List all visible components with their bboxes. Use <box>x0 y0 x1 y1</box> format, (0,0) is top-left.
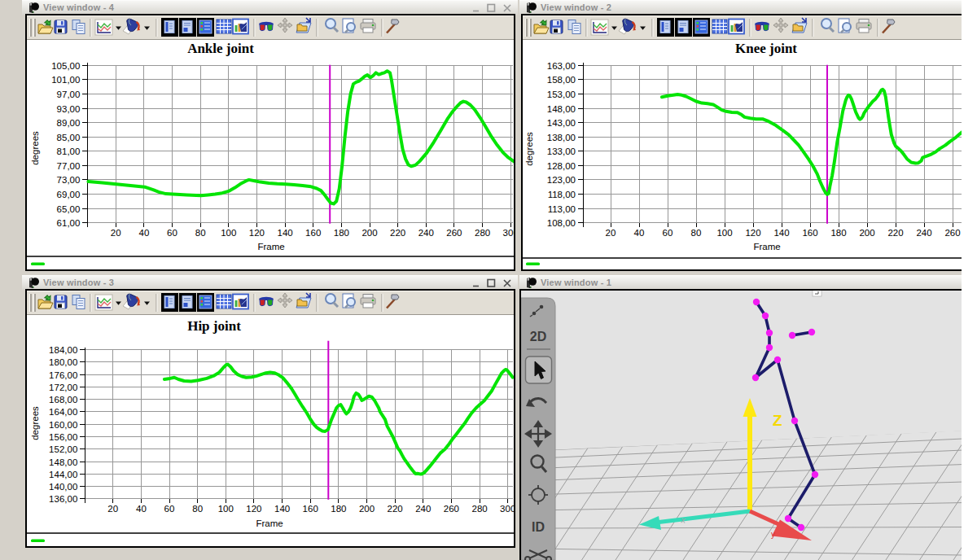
svg-text:20: 20 <box>107 504 118 514</box>
svg-text:85,00: 85,00 <box>57 133 81 142</box>
svg-text:200: 200 <box>361 228 377 238</box>
svg-text:240: 240 <box>418 228 434 238</box>
svg-text:176,00: 176,00 <box>49 370 77 380</box>
svg-text:degrees: degrees <box>524 132 534 166</box>
svg-text:80: 80 <box>192 504 203 514</box>
svg-text:100: 100 <box>716 228 732 238</box>
svg-text:105,00: 105,00 <box>51 61 80 71</box>
svg-text:164,00: 164,00 <box>49 407 77 417</box>
svg-text:81,00: 81,00 <box>57 147 81 156</box>
svg-text:140: 140 <box>278 228 293 238</box>
svg-text:113,00: 113,00 <box>548 204 576 214</box>
svg-text:ID: ID <box>532 520 545 534</box>
svg-text:73,00: 73,00 <box>57 175 81 185</box>
svg-text:220: 220 <box>887 228 903 238</box>
svg-text:140: 140 <box>274 504 290 514</box>
svg-text:152,00: 152,00 <box>49 444 77 454</box>
svg-text:101,00: 101,00 <box>51 75 80 85</box>
svg-text:60: 60 <box>164 504 175 514</box>
svg-text:160: 160 <box>305 228 321 238</box>
svg-text:degrees: degrees <box>30 406 40 440</box>
svg-text:120: 120 <box>246 504 261 514</box>
svg-text:65,00: 65,00 <box>57 204 81 214</box>
svg-text:180: 180 <box>331 504 346 514</box>
svg-text:40: 40 <box>634 228 645 238</box>
svg-text:180: 180 <box>334 228 349 238</box>
svg-text:20: 20 <box>606 228 616 238</box>
svg-text:93,00: 93,00 <box>57 104 81 114</box>
svg-text:40: 40 <box>136 504 147 514</box>
svg-text:Frame: Frame <box>753 242 780 252</box>
svg-text:300: 300 <box>500 504 514 514</box>
svg-text:143,00: 143,00 <box>547 118 576 128</box>
svg-text:180: 180 <box>830 228 846 238</box>
svg-text:200: 200 <box>859 228 874 238</box>
svg-text:136,00: 136,00 <box>49 494 77 504</box>
svg-text:degrees: degrees <box>30 131 40 165</box>
svg-text:168,00: 168,00 <box>49 395 77 405</box>
svg-text:123,00: 123,00 <box>547 175 576 185</box>
svg-text:108,00: 108,00 <box>547 218 576 228</box>
svg-text:89,00: 89,00 <box>57 118 81 128</box>
svg-text:184,00: 184,00 <box>49 345 77 355</box>
svg-text:Hip joint: Hip joint <box>187 318 241 334</box>
svg-text:2D: 2D <box>530 330 546 343</box>
svg-text:220: 220 <box>390 228 405 238</box>
svg-text:240: 240 <box>916 228 931 238</box>
svg-text:140,00: 140,00 <box>49 482 77 492</box>
svg-text:163,00: 163,00 <box>547 61 576 71</box>
svg-text:60: 60 <box>167 228 177 238</box>
svg-text:77,00: 77,00 <box>57 161 81 171</box>
svg-text:172,00: 172,00 <box>49 383 77 392</box>
svg-text:128,00: 128,00 <box>547 161 576 171</box>
svg-text:280: 280 <box>475 228 490 238</box>
svg-text:160: 160 <box>303 504 318 514</box>
svg-text:118,00: 118,00 <box>548 190 576 199</box>
svg-text:153,00: 153,00 <box>547 90 576 99</box>
svg-text:200: 200 <box>359 504 375 514</box>
svg-text:Frame: Frame <box>257 242 284 252</box>
svg-text:120: 120 <box>745 228 760 238</box>
svg-text:Frame: Frame <box>256 518 283 528</box>
svg-text:220: 220 <box>388 504 403 514</box>
svg-text:158,00: 158,00 <box>547 75 576 85</box>
svg-text:69,00: 69,00 <box>57 190 81 199</box>
svg-text:160,00: 160,00 <box>49 420 77 430</box>
svg-text:60: 60 <box>663 228 673 238</box>
svg-text:156,00: 156,00 <box>49 432 77 442</box>
svg-text:20: 20 <box>111 228 121 238</box>
svg-text:80: 80 <box>195 228 206 238</box>
svg-text:40: 40 <box>139 228 150 238</box>
svg-text:144,00: 144,00 <box>49 470 77 479</box>
svg-text:180,00: 180,00 <box>49 357 77 367</box>
svg-text:148,00: 148,00 <box>547 104 576 114</box>
svg-text:138,00: 138,00 <box>547 133 576 142</box>
svg-text:80: 80 <box>691 228 702 238</box>
svg-text:120: 120 <box>249 228 265 238</box>
svg-text:61,00: 61,00 <box>57 218 81 228</box>
svg-text:100: 100 <box>218 504 234 514</box>
svg-text:y: y <box>771 530 775 539</box>
svg-text:Z: Z <box>773 412 782 429</box>
svg-text:260: 260 <box>444 504 459 514</box>
svg-text:280: 280 <box>472 504 488 514</box>
svg-text:Knee joint: Knee joint <box>735 41 797 56</box>
svg-text:133,00: 133,00 <box>547 147 576 156</box>
svg-text:97,00: 97,00 <box>57 90 81 99</box>
svg-text:140: 140 <box>773 228 789 238</box>
svg-text:260: 260 <box>944 228 960 238</box>
svg-text:260: 260 <box>446 228 462 238</box>
svg-text:148,00: 148,00 <box>49 457 77 467</box>
svg-text:300: 300 <box>503 228 514 238</box>
svg-text:240: 240 <box>415 504 431 514</box>
svg-text:160: 160 <box>802 228 817 238</box>
svg-text:100: 100 <box>221 228 236 238</box>
svg-text:Ankle joint: Ankle joint <box>187 41 254 56</box>
